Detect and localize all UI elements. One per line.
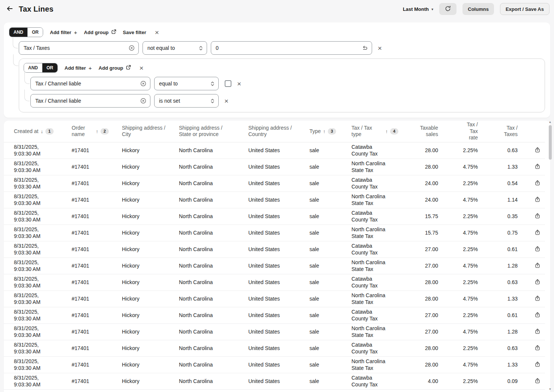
open-order-button[interactable]: [532, 244, 543, 254]
cell-tax_type: Catawba County Tax: [341, 208, 401, 224]
cell-actions: [530, 373, 545, 389]
open-order-button[interactable]: [532, 277, 543, 287]
cell-country: United States: [238, 175, 299, 192]
cell-taxes: 1.28: [490, 323, 530, 340]
cell-tax_rate: 2.25%: [450, 340, 490, 356]
table-header-row: Created at↓1Order name↑2Shipping address…: [4, 121, 545, 142]
date-range-selector[interactable]: Last Month ▾: [403, 6, 433, 12]
open-in-new-icon: [534, 262, 541, 270]
column-header-taxes[interactable]: Tax / Taxes: [490, 121, 530, 142]
cell-country: United States: [238, 340, 299, 356]
open-order-button[interactable]: [532, 359, 543, 370]
refresh-button[interactable]: [439, 3, 456, 15]
cell-city: Hickory: [112, 142, 169, 159]
column-header-type[interactable]: Type↑3: [299, 121, 341, 142]
field-selector[interactable]: Tax / Channel liable: [30, 94, 150, 108]
column-header-tax_rate[interactable]: Tax / Tax rate: [450, 121, 490, 142]
open-order-button[interactable]: [532, 227, 543, 238]
cell-type: [299, 389, 341, 392]
clear-field-icon[interactable]: [140, 98, 146, 104]
field-selector[interactable]: Tax / Channel liable: [30, 77, 150, 90]
column-header-order_name[interactable]: Order name↑2: [62, 121, 112, 142]
open-order-button[interactable]: [532, 376, 543, 386]
cell-type: sale: [299, 142, 341, 159]
columns-button[interactable]: Columns: [462, 3, 494, 15]
clear-field-icon[interactable]: [140, 81, 146, 87]
open-order-button[interactable]: [532, 293, 543, 304]
open-order-button[interactable]: [532, 145, 543, 156]
select-chevrons-icon: [199, 45, 203, 51]
open-in-new-icon: [534, 361, 541, 369]
scrollbar-thumb[interactable]: [549, 125, 552, 160]
cell-taxes: 1.28: [490, 257, 530, 274]
cell-created_at: 8/31/2025, 9:03:30 AM: [4, 208, 62, 224]
add-group-button[interactable]: Add group: [84, 29, 116, 35]
cell-taxes: 0.61: [490, 307, 530, 323]
filter-group: AND OR Add filter + Add group × Tax / Ch…: [19, 58, 545, 112]
cell-state: North Carolina: [169, 159, 238, 175]
open-order-button[interactable]: [532, 343, 543, 353]
open-in-new-icon: [534, 147, 541, 154]
remove-condition-button[interactable]: ×: [235, 80, 243, 88]
add-group-button[interactable]: Add group: [99, 65, 131, 71]
scroll-down-icon[interactable]: ▼: [549, 387, 552, 391]
select-chevrons-icon: [210, 98, 215, 104]
cell-taxable_sales: 24.00: [401, 192, 450, 208]
cell-state: North Carolina: [169, 175, 238, 192]
operator-select[interactable]: not equal to: [143, 41, 207, 55]
cell-created_at: 8/31/2025, 9:03:30 AM: [4, 307, 62, 323]
column-header-tax_type[interactable]: Tax / Tax type↑4: [341, 121, 401, 142]
column-header-country[interactable]: Shipping address / Country: [238, 121, 299, 142]
cell-created_at: 8/31/2025, 9:03:30 AM: [4, 192, 62, 208]
open-order-button[interactable]: [532, 211, 543, 221]
open-order-button[interactable]: [532, 195, 543, 205]
cell-tax_rate: 2.25%: [450, 175, 490, 192]
or-option[interactable]: OR: [27, 28, 43, 37]
remove-group-button[interactable]: ×: [138, 64, 146, 72]
value-checkbox[interactable]: [225, 80, 231, 87]
open-order-button[interactable]: [532, 162, 543, 172]
add-filter-button[interactable]: Add filter +: [65, 65, 92, 71]
field-selector[interactable]: Tax / Taxes: [19, 41, 139, 55]
or-option[interactable]: OR: [42, 63, 57, 72]
reset-value-icon[interactable]: [362, 45, 368, 51]
column-header-taxable_sales[interactable]: Taxable sales: [401, 121, 450, 142]
column-header-created_at[interactable]: Created at↓1: [4, 121, 62, 142]
top-bar: Tax Lines Last Month ▾ Columns Export / …: [0, 0, 554, 18]
table-row: 8/31/2025, 9:03:30 AM#17401HickoryNorth …: [4, 290, 545, 307]
cell-city: Hickory: [112, 224, 169, 241]
remove-condition-button[interactable]: ×: [222, 97, 230, 105]
open-order-button[interactable]: [532, 260, 543, 271]
back-button[interactable]: [5, 4, 15, 14]
clear-all-filters-button[interactable]: ×: [153, 28, 161, 36]
cell-actions: [530, 208, 545, 224]
open-order-button[interactable]: [532, 310, 543, 320]
value-input[interactable]: 0: [211, 41, 372, 55]
column-label: Shipping address / State or province: [179, 125, 235, 138]
export-save-as-button[interactable]: Export / Save As: [500, 3, 549, 15]
cell-taxes: 0.54: [490, 175, 530, 192]
open-order-button[interactable]: [532, 178, 543, 189]
table-header: Created at↓1Order name↑2Shipping address…: [4, 121, 545, 142]
save-filter-button[interactable]: Save filter: [123, 30, 146, 35]
operator-select[interactable]: is not set: [154, 94, 219, 108]
scroll-up-icon[interactable]: ▲: [549, 120, 552, 124]
cell-tax_rate: 2.25%: [450, 307, 490, 323]
operator-select[interactable]: equal to: [154, 77, 219, 90]
cell-taxable_sales: 28.00: [401, 290, 450, 307]
vertical-scrollbar[interactable]: ▲ ▼: [548, 120, 552, 391]
and-option[interactable]: AND: [24, 63, 42, 72]
cell-city: Hickory: [112, 340, 169, 356]
open-order-button[interactable]: [532, 326, 543, 337]
column-header-city[interactable]: Shipping address / City: [112, 121, 169, 142]
date-range-label: Last Month: [403, 6, 429, 12]
clear-field-icon[interactable]: [129, 45, 135, 51]
cell-city: [112, 389, 169, 392]
remove-condition-button[interactable]: ×: [376, 44, 384, 52]
and-option[interactable]: AND: [9, 28, 27, 37]
add-filter-button[interactable]: Add filter +: [50, 30, 77, 35]
column-header-state[interactable]: Shipping address / State or province: [169, 121, 238, 142]
cell-tax_rate: 4.75%: [450, 159, 490, 175]
cell-order_name: #17401: [62, 290, 112, 307]
cell-order_name: #17401: [62, 257, 112, 274]
